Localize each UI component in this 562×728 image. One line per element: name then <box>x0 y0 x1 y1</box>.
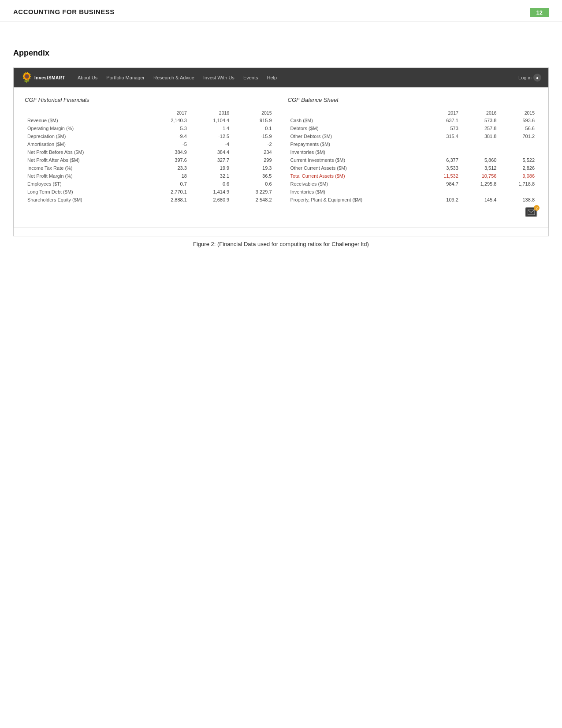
bal-col-2016: 2016 <box>461 109 499 116</box>
hist-row-2016: 1,104.4 <box>190 116 232 124</box>
investsmart-logo-icon: 🌻 <box>21 72 33 83</box>
bal-row-2015 <box>499 148 537 156</box>
bal-row-2017: 6,377 <box>425 156 461 164</box>
nav-item-research[interactable]: Research & Advice <box>149 75 199 80</box>
hist-row-label: Net Profit After Abs ($M) <box>25 156 147 164</box>
bal-row-label: Other Debtors ($M) <box>288 132 425 140</box>
bal-row-label: Cash ($M) <box>288 116 425 124</box>
bal-row-label: Receivables ($M) <box>288 180 425 188</box>
nav-logo-area[interactable]: 🌻 InvestSMART <box>21 72 65 83</box>
bal-row-2015: 9,086 <box>499 172 537 180</box>
bal-row-label: Debtors ($M) <box>288 124 425 132</box>
hist-col-2015: 2015 <box>232 109 274 116</box>
balance-title: CGF Balance Sheet <box>288 97 538 103</box>
hist-col-2017: 2017 <box>147 109 190 116</box>
bal-row-2015: 701.2 <box>499 132 537 140</box>
hist-row-label: Long Term Debt ($M) <box>25 188 147 196</box>
page-header: ACCOUNTING FOR BUSINESS 12 <box>0 0 562 22</box>
bal-row-label: Property, Plant & Equipment ($M) <box>288 196 425 204</box>
nav-item-portfolio[interactable]: Portfolio Manager <box>102 75 149 80</box>
hist-row-2017: -5.3 <box>147 124 190 132</box>
table-row: Revenue ($M) 2,140.3 1,104.4 915.9 <box>25 116 275 124</box>
bal-row-2015: 138.8 <box>499 196 537 204</box>
hist-row-2015: -0.1 <box>232 124 274 132</box>
table-row: Other Current Assets ($M) 3,533 3,512 2,… <box>288 164 538 172</box>
hist-row-2016: -12.5 <box>190 132 232 140</box>
hist-row-2016: 19.9 <box>190 164 232 172</box>
bal-row-2016 <box>461 140 499 148</box>
nav-logo-text: InvestSMART <box>34 75 65 80</box>
nav-item-events[interactable]: Events <box>239 75 263 80</box>
hist-row-2017: 397.6 <box>147 156 190 164</box>
hist-row-2015: 915.9 <box>232 116 274 124</box>
bal-row-2017: 984.7 <box>425 180 461 188</box>
hist-row-2017: 23.3 <box>147 164 190 172</box>
nav-item-help[interactable]: Help <box>263 75 282 80</box>
hist-row-2016: 327.7 <box>190 156 232 164</box>
bal-row-2015 <box>499 140 537 148</box>
figure-caption: Figure 2: (Financial Data used for compu… <box>13 241 549 247</box>
bal-row-2015 <box>499 188 537 196</box>
hist-row-2017: 18 <box>147 172 190 180</box>
table-row: Depreciation ($M) -9.4 -12.5 -15.9 <box>25 132 275 140</box>
table-row: Net Profit Before Abs ($M) 384.9 384.4 2… <box>25 148 275 156</box>
bal-row-label: Prepayments ($M) <box>288 140 425 148</box>
hist-row-2015: 234 <box>232 148 274 156</box>
appendix-title: Appendix <box>13 49 549 58</box>
hist-row-label: Depreciation ($M) <box>25 132 147 140</box>
page-number-badge: 12 <box>530 8 549 17</box>
bal-col-label <box>288 109 425 116</box>
hist-row-2016: 32.1 <box>190 172 232 180</box>
hist-row-2015: -2 <box>232 140 274 148</box>
hist-col-2016: 2016 <box>190 109 232 116</box>
historical-header-row: 2017 2016 2015 <box>25 109 275 116</box>
bal-row-2017: 637.1 <box>425 116 461 124</box>
hist-row-2015: 299 <box>232 156 274 164</box>
hist-row-2017: 0.7 <box>147 180 190 188</box>
hist-row-2016: -1.4 <box>190 124 232 132</box>
hist-row-label: Net Profit Before Abs ($M) <box>25 148 147 156</box>
table-row: Operating Margin (%) -5.3 -1.4 -0.1 <box>25 124 275 132</box>
envelope-icon <box>528 209 535 215</box>
notification-count: 2 <box>534 205 540 211</box>
nav-item-about[interactable]: About Us <box>73 75 102 80</box>
hist-row-2017: 2,140.3 <box>147 116 190 124</box>
bal-row-2016: 1,295.8 <box>461 180 499 188</box>
nav-login-label: Log in <box>518 75 532 80</box>
bal-row-2016: 5,860 <box>461 156 499 164</box>
hist-row-2015: -15.9 <box>232 132 274 140</box>
hist-row-2017: -9.4 <box>147 132 190 140</box>
bal-row-2017 <box>425 188 461 196</box>
table-row: Shareholders Equity ($M) 2,888.1 2,680.9… <box>25 196 275 204</box>
bal-row-2017: 573 <box>425 124 461 132</box>
hist-row-2016: 384.4 <box>190 148 232 156</box>
hist-row-label: Income Tax Rate (%) <box>25 164 147 172</box>
historical-table: 2017 2016 2015 Revenue ($M) 2,140.3 1,10… <box>25 109 275 204</box>
nav-login[interactable]: Log in ● <box>518 74 541 82</box>
hist-row-label: Amortisation ($M) <box>25 140 147 148</box>
table-row: Amortisation ($M) -5 -4 -2 <box>25 140 275 148</box>
bal-col-2017: 2017 <box>425 109 461 116</box>
nav-items: About Us Portfolio Manager Research & Ad… <box>73 75 518 80</box>
historical-financials-section: CGF Historical Financials 2017 2016 2015 <box>25 97 275 217</box>
appendix-section: Appendix 🌻 InvestSMART About Us Portfoli… <box>0 22 562 261</box>
bal-row-2015: 2,826 <box>499 164 537 172</box>
hist-row-2016: 2,680.9 <box>190 196 232 204</box>
bal-row-2016: 257.8 <box>461 124 499 132</box>
nav-item-invest[interactable]: Invest With Us <box>199 75 239 80</box>
table-row: Long Term Debt ($M) 2,770.1 1,414.9 3,22… <box>25 188 275 196</box>
bal-row-label: Inventories ($M) <box>288 188 425 196</box>
notification-bubble[interactable]: 2 <box>525 207 537 217</box>
bal-row-label: Current Investments ($M) <box>288 156 425 164</box>
historical-title: CGF Historical Financials <box>25 97 275 103</box>
investsmart-widget: 🌻 InvestSMART About Us Portfolio Manager… <box>13 67 549 236</box>
bal-row-label: Other Current Assets ($M) <box>288 164 425 172</box>
bal-row-2017: 315.4 <box>425 132 461 140</box>
balance-table: 2017 2016 2015 Cash ($M) 637.1 573.8 593… <box>288 109 538 204</box>
table-row: Income Tax Rate (%) 23.3 19.9 19.3 <box>25 164 275 172</box>
hist-row-2016: 1,414.9 <box>190 188 232 196</box>
page-title: ACCOUNTING FOR BUSINESS <box>13 8 115 15</box>
bal-row-2017 <box>425 148 461 156</box>
table-row: Total Current Assets ($M) 11,532 10,756 … <box>288 172 538 180</box>
table-row: Other Debtors ($M) 315.4 381.8 701.2 <box>288 132 538 140</box>
